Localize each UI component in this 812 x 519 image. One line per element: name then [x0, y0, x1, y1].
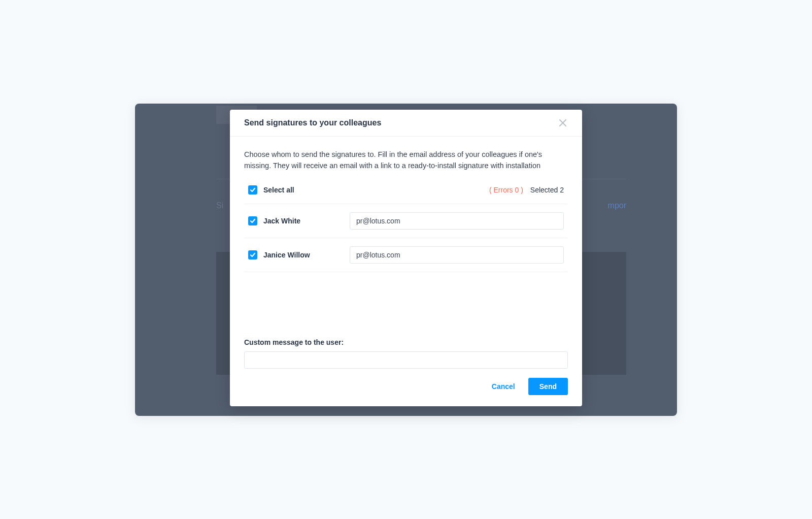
- user-row: Jack White: [244, 204, 568, 238]
- select-all-label: Select all: [263, 186, 294, 194]
- background-hint-text-left: Si: [216, 201, 223, 210]
- user-checkbox[interactable]: [248, 250, 257, 260]
- modal-title: Send signatures to your colleagues: [244, 118, 381, 127]
- close-button[interactable]: [558, 118, 568, 128]
- select-all-control: Select all: [248, 185, 294, 194]
- select-all-row: Select all ( Errors 0 ) Selected 2: [244, 185, 568, 204]
- app-backdrop: Si mpor Send signatures to your colleagu…: [135, 104, 677, 416]
- errors-count: ( Errors 0 ): [489, 186, 523, 194]
- checkmark-icon: [250, 218, 256, 224]
- user-checkbox[interactable]: [248, 216, 257, 225]
- user-row: Janice Willow: [244, 238, 568, 272]
- user-email-input[interactable]: [350, 212, 564, 230]
- custom-message-input[interactable]: [244, 351, 568, 369]
- user-name: Jack White: [263, 217, 344, 225]
- modal-body: Choose whom to send the signatures to. F…: [230, 137, 582, 369]
- user-email-input[interactable]: [350, 246, 564, 264]
- user-name: Janice Willow: [263, 251, 344, 259]
- checkmark-icon: [250, 252, 256, 258]
- custom-message-section: Custom message to the user:: [244, 318, 568, 369]
- modal-description: Choose whom to send the signatures to. F…: [244, 149, 568, 172]
- select-all-checkbox[interactable]: [248, 185, 257, 194]
- modal-footer: Cancel Send: [230, 369, 582, 406]
- cancel-button[interactable]: Cancel: [492, 382, 515, 391]
- send-button[interactable]: Send: [528, 378, 568, 395]
- send-signatures-modal: Send signatures to your colleagues Choos…: [230, 110, 582, 406]
- background-hint-text-right: mpor: [608, 201, 626, 210]
- selected-count: Selected 2: [530, 186, 564, 194]
- modal-header: Send signatures to your colleagues: [230, 110, 582, 137]
- close-icon: [559, 119, 566, 126]
- selection-status: ( Errors 0 ) Selected 2: [489, 186, 564, 194]
- custom-message-label: Custom message to the user:: [244, 338, 568, 346]
- checkmark-icon: [250, 187, 256, 193]
